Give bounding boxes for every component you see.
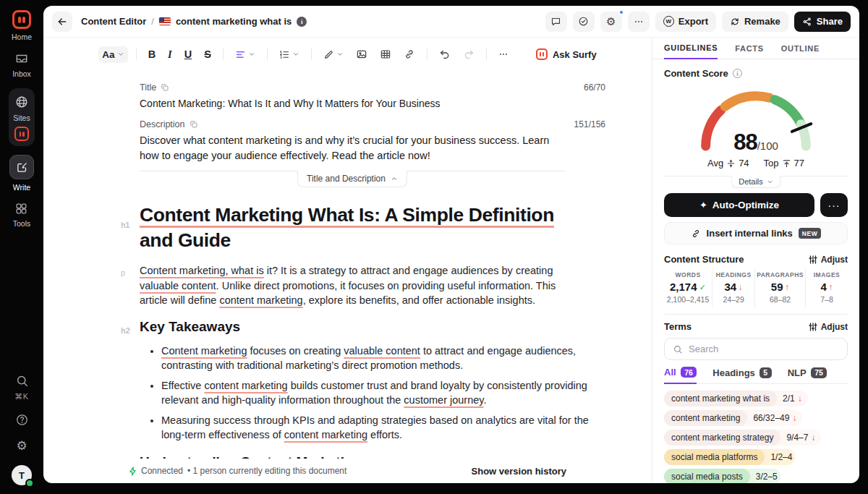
insert-internal-links-button[interactable]: Insert internal links NEW <box>664 222 848 244</box>
remake-button[interactable]: Remake <box>722 12 788 32</box>
user-avatar[interactable]: T <box>12 465 32 485</box>
text-segment: Effective <box>161 380 204 391</box>
list-dropdown[interactable] <box>276 46 303 63</box>
content-score-info-icon[interactable]: i <box>733 69 742 78</box>
term-highlight: valuable content <box>140 280 216 291</box>
count-badge: 5 <box>760 367 772 378</box>
terms-search-input[interactable] <box>689 344 839 354</box>
term-chip[interactable]: content marketing strategy9/4–7↓ <box>664 430 821 446</box>
wordpress-icon: W <box>663 16 674 27</box>
app-sidebar: Home Inbox Sites Write Tools ⌘K <box>0 0 43 494</box>
sidebar-item-home[interactable]: Home <box>12 10 32 41</box>
tab-guidelines[interactable]: GUIDELINES <box>664 38 718 59</box>
italic-button[interactable]: I <box>164 46 176 64</box>
title-value[interactable]: Content Marketing: What Is It and Why It… <box>140 96 565 111</box>
term-chip[interactable]: social media platforms1/2–4 <box>664 449 795 465</box>
term-chip[interactable]: social media posts3/2–5 <box>664 469 780 483</box>
breadcrumb-root[interactable]: Content Editor <box>81 16 146 27</box>
bullet-item[interactable]: Effective content marketing builds custo… <box>161 378 605 408</box>
terms-tab-nlp[interactable]: NLP 75 <box>788 367 827 383</box>
term-chip[interactable]: content marketing what is2/1↓ <box>664 391 808 406</box>
comments-button[interactable] <box>545 12 567 32</box>
card-header: Content Editor / content marketing what … <box>43 6 859 38</box>
sidebar-item-label: Tools <box>13 219 31 228</box>
copy-icon[interactable] <box>190 120 198 129</box>
chevron-up-icon <box>391 175 398 182</box>
undo-button[interactable] <box>435 46 454 63</box>
stat-headings: HEADINGS 34↓ 24–29 <box>712 270 754 307</box>
bold-button[interactable]: B <box>145 46 159 63</box>
image-button[interactable] <box>352 46 371 63</box>
align-dropdown[interactable] <box>231 46 259 63</box>
block-tag: h2 <box>121 457 130 459</box>
header-more-button[interactable] <box>628 12 650 32</box>
highlighter-dropdown[interactable] <box>320 46 347 63</box>
bullet-item[interactable]: Measuring success through KPIs and adapt… <box>161 413 605 443</box>
back-button[interactable] <box>52 12 72 32</box>
ask-surfy-button[interactable]: Ask Surfy <box>536 48 597 60</box>
text-segment: Understanding <box>140 454 240 459</box>
details-button[interactable]: Details <box>731 176 780 188</box>
strikethrough-button[interactable]: S <box>200 46 215 63</box>
sidebar-item-label: Sites <box>13 114 30 122</box>
share-button[interactable]: Share <box>794 12 851 32</box>
collapse-title-description-button[interactable]: Title and Description <box>297 171 407 187</box>
new-badge: NEW <box>799 228 822 239</box>
terms-tab-headings[interactable]: Headings 5 <box>712 367 771 383</box>
sidebar-item-tools[interactable]: Tools <box>13 202 31 228</box>
term-highlight: content marketing <box>284 429 367 440</box>
copy-icon[interactable] <box>161 83 169 92</box>
check-icon: ✓ <box>699 282 707 292</box>
globe-icon <box>14 95 29 109</box>
tab-outline[interactable]: OUTLINE <box>781 38 820 59</box>
text-style-dropdown[interactable]: Aa <box>98 46 127 63</box>
document-h2-understanding[interactable]: h2 Understanding Content Marketing <box>140 453 565 459</box>
sites-group[interactable]: Sites <box>9 88 34 146</box>
settings-gear-icon[interactable]: ⚙ <box>16 438 27 453</box>
document-info-icon[interactable]: i <box>297 17 307 27</box>
chevron-down-icon <box>767 179 773 185</box>
document-paragraph[interactable]: p Content marketing, what is it? It is a… <box>140 263 565 308</box>
editing-label: • 1 person currently editing this docume… <box>187 466 346 476</box>
editor-content[interactable]: Title 66/70 Content Marketing: What Is I… <box>43 71 652 459</box>
description-field[interactable]: Description 151/156 Discover what conten… <box>140 119 605 163</box>
show-version-history-button[interactable]: Show version history <box>472 466 566 477</box>
optimize-more-button[interactable]: ··· <box>820 193 848 217</box>
search-icon[interactable] <box>15 374 29 388</box>
document-h2-key-takeaways[interactable]: h2 Key Takeaways <box>140 318 565 336</box>
terms-search[interactable] <box>664 338 848 360</box>
inbox-icon <box>14 51 29 66</box>
text-segment: it? It is a strategy to attract and enga… <box>264 265 553 276</box>
sidebar-item-inbox[interactable]: Inbox <box>12 51 31 78</box>
term-highlight: customer journey <box>404 394 483 406</box>
tab-facts[interactable]: FACTS <box>735 38 764 59</box>
breadcrumb-document[interactable]: content marketing what is <box>176 16 292 27</box>
text-segment: focuses on creating <box>247 345 344 357</box>
toolbar-more-button[interactable] <box>495 46 512 62</box>
help-icon[interactable] <box>15 413 29 427</box>
document-bullet-list[interactable]: Content marketing focuses on creating va… <box>140 344 605 443</box>
bullet-item[interactable]: Content marketing focuses on creating va… <box>161 344 605 373</box>
tasks-button[interactable] <box>573 12 595 32</box>
guidelines-settings-button[interactable]: ⚙ <box>600 12 622 32</box>
sidebar-item-write[interactable]: Write <box>9 155 34 192</box>
table-button[interactable] <box>376 46 395 63</box>
redo-button[interactable] <box>459 46 478 63</box>
underline-button[interactable]: U <box>181 46 195 63</box>
terms-adjust-button[interactable]: Adjust <box>809 322 848 332</box>
title-field[interactable]: Title 66/70 Content Marketing: What Is I… <box>140 82 605 111</box>
terms-tab-all[interactable]: All 76 <box>664 367 697 384</box>
block-tag: h2 <box>121 322 130 340</box>
description-value[interactable]: Discover what content marketing is and w… <box>140 133 565 163</box>
auto-optimize-button[interactable]: ✦ Auto-Optimize <box>664 193 814 217</box>
term-chip[interactable]: content marketing66/32–49↓ <box>664 410 802 426</box>
sidebar-item-label: Home <box>12 33 32 41</box>
document-h1[interactable]: h1 Content Marketing What Is: A Simple D… <box>140 203 565 253</box>
term-highlight: content marketing <box>219 294 302 306</box>
structure-adjust-button[interactable]: Adjust <box>809 255 848 265</box>
export-button[interactable]: W Export <box>655 12 716 32</box>
sparkles-icon: ✦ <box>699 200 707 210</box>
link-button[interactable] <box>400 46 419 63</box>
count-badge: 75 <box>811 367 827 378</box>
stat-words: WORDS 2,174✓ 2,100–2,415 <box>664 270 712 307</box>
